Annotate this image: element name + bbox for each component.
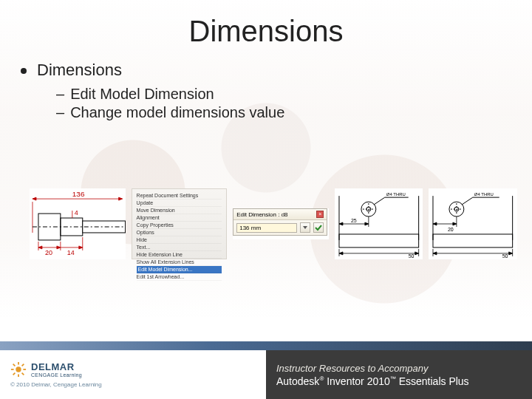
figure-drawing-before: Ø4 THRU 25 50 [335,188,423,259]
delmar-logo: DELMAR CENGAGE Learning [10,361,256,378]
menu-item[interactable]: Show All Extension Lines [137,259,222,266]
footer-line2: Autodesk® Inventor 2010™ Essentials Plus [276,375,522,387]
brand-name: DELMAR [31,361,82,372]
figure-drawing-after: Ø4 THRU 20 50 [429,188,517,259]
svg-marker-1 [33,197,36,200]
figure-part-drawing: 136 4 20 14 [30,188,126,259]
bullet-level1-text: Dimensions [37,61,122,80]
edit-dimension-dialog: Edit Dimension : d8 × [233,208,327,236]
dim-x-text: 20 [448,227,454,232]
dash-icon: – [56,104,64,121]
dim-top-text: 136 [72,190,85,198]
menu-item-highlighted[interactable]: Edit Model Dimension... [137,266,222,273]
check-icon [315,224,322,231]
essentials-word: Essentials Plus [399,375,469,387]
thru-label: Ø4 THRU [386,192,406,197]
svg-marker-46 [453,222,457,225]
menu-item[interactable]: Copy Properties [137,222,222,229]
dim-w-text: 50 [408,253,414,259]
autodesk-word: Autodesk [276,375,319,387]
menu-item[interactable]: Update [137,200,222,207]
context-menu-list: Repeat Document Settings Update Move Dim… [132,189,227,284]
content-area: Dimensions – Edit Model Dimension – Chan… [21,61,511,123]
close-icon[interactable]: × [316,211,324,218]
sub-bullet-text: Change model dimensions value [70,104,284,121]
menu-item[interactable]: Edit 1st Arrowhead... [137,273,222,281]
footer-right: Instructor Resources to Accompany Autode… [266,350,532,399]
sub-bullets: – Edit Model Dimension – Change model di… [56,86,511,121]
dropdown-button[interactable] [300,222,310,233]
thru-label: Ø4 THRU [474,192,494,197]
svg-line-61 [22,364,24,366]
slide-title: Dimensions [0,15,532,48]
sub-bullet: – Change model dimensions value [56,104,511,121]
menu-item[interactable]: Hide [137,236,222,244]
chevron-down-icon [301,224,309,231]
sub-bullet: – Edit Model Dimension [56,86,511,103]
delmar-text: DELMAR CENGAGE Learning [31,361,82,378]
dim-h-text: 4 [75,209,78,216]
dim-w-text: 50 [502,253,508,259]
sun-icon [10,361,27,378]
dimension-value-input[interactable] [236,223,297,233]
menu-item[interactable]: Repeat Document Settings [137,192,222,200]
svg-line-60 [13,373,16,375]
menu-item[interactable]: Options [137,229,222,236]
brand-sub: CENGAGE Learning [31,372,82,378]
dialog-header: Edit Dimension : d8 × [233,209,327,220]
svg-line-58 [13,364,16,366]
figure-edit-dialog: Edit Dimension : d8 × [233,208,329,239]
dim-b1-text: 20 [45,249,52,256]
slide: Dimensions Dimensions – Edit Model Dimen… [0,0,532,399]
dialog-body [233,220,327,235]
dim-x-text: 25 [351,218,357,223]
svg-point-53 [16,366,21,372]
svg-marker-50 [509,252,513,255]
footer-left: DELMAR CENGAGE Learning © 2010 Delmar, C… [0,350,266,399]
svg-marker-45 [433,222,437,225]
sub-bullet-text: Edit Model Dimension [70,86,214,103]
menu-item[interactable]: Alignment [137,214,222,222]
dash-icon: – [56,86,64,103]
figure-context-menu: Repeat Document Settings Update Move Dim… [132,188,228,259]
tm-mark: ™ [390,375,396,382]
svg-line-42 [462,197,473,205]
menu-item[interactable]: Hide Extension Line [137,251,222,259]
svg-marker-31 [339,252,343,255]
svg-marker-10 [38,246,42,249]
bullet-level1: Dimensions [21,61,511,80]
svg-marker-27 [339,222,343,225]
inventor-word: Inventor 2010 [327,375,390,387]
svg-marker-2 [119,197,123,200]
svg-line-24 [374,197,385,205]
reg-mark: ® [319,375,324,382]
svg-marker-11 [57,246,61,249]
copyright-text: © 2010 Delmar, Cengage Learning [10,381,256,388]
menu-item[interactable]: Text... [137,244,222,251]
svg-marker-49 [433,252,437,255]
svg-rect-18 [339,234,419,248]
dim-b2-text: 14 [67,249,75,256]
svg-rect-36 [433,234,513,248]
svg-marker-28 [365,222,369,225]
svg-marker-32 [415,252,418,255]
footer: DELMAR CENGAGE Learning © 2010 Delmar, C… [0,350,532,399]
menu-item[interactable]: Move Dimension [137,207,222,214]
footer-accent-bar [0,341,532,350]
svg-marker-13 [79,246,83,249]
svg-line-59 [22,373,24,375]
footer-line1: Instructor Resources to Accompany [276,363,522,374]
accept-button[interactable] [313,222,324,233]
dialog-title: Edit Dimension : d8 [236,211,287,218]
figures-row: 136 4 20 14 [30,183,517,265]
bullet-dot-icon [21,68,27,74]
